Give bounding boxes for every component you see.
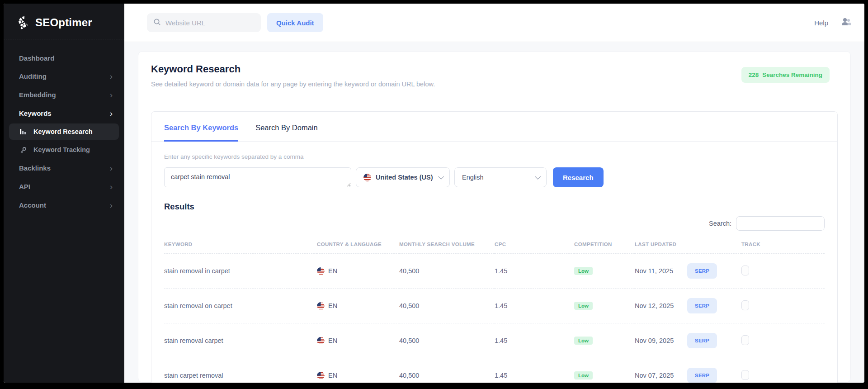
volume-cell: 40,500 [399, 254, 495, 289]
sidebar-item-account[interactable]: Account › [4, 196, 124, 214]
page-header: Keyword Research See detailed keyword or… [151, 63, 838, 88]
chevron-right-icon: › [110, 109, 113, 118]
tab-search-by-keywords[interactable]: Search By Keywords [164, 123, 238, 142]
searches-remaining-count: 228 [749, 71, 759, 78]
website-url-input[interactable] [165, 19, 255, 27]
keywords-textarea[interactable]: carpet stain removal [164, 167, 351, 187]
competition-badge: Low [574, 302, 593, 310]
results-heading: Results [164, 202, 825, 212]
app-window: SEOptimer Dashboard Auditing › Embedding… [4, 4, 864, 383]
chevron-right-icon: › [110, 201, 113, 209]
cpc-cell: 1.45 [495, 323, 574, 358]
help-link[interactable]: Help [814, 19, 828, 27]
track-cell [741, 254, 825, 289]
column-header-updated: LAST UPDATED [635, 237, 687, 254]
tab-search-by-domain[interactable]: Search By Domain [255, 123, 318, 142]
sidebar-item-api[interactable]: API › [4, 177, 124, 196]
sidebar-item-keyword-research[interactable]: Keyword Research [9, 123, 119, 140]
country-language-cell: EN [317, 302, 399, 310]
keyword-research-card: Keyword Research See detailed keyword or… [138, 51, 851, 383]
table-row: stain removal carpet EN 40, [164, 323, 825, 358]
results-table-body: stain removal in carpet EN [164, 254, 825, 383]
search-panel: Search By Keywords Search By Domain Ente… [151, 111, 838, 383]
volume-cell: 40,500 [399, 289, 495, 323]
track-checkbox[interactable] [741, 300, 749, 310]
column-header-cpc: CPC [495, 237, 574, 254]
key-icon [19, 146, 27, 154]
research-button[interactable]: Research [553, 167, 604, 187]
tabs: Search By Keywords Search By Domain [151, 112, 837, 142]
search-icon [153, 18, 161, 28]
quick-audit-button[interactable]: Quick Audit [267, 13, 323, 32]
page-title: Keyword Research [151, 63, 435, 75]
us-flag-icon [317, 372, 325, 380]
volume-cell: 40,500 [399, 358, 495, 383]
sidebar-item-backlinks[interactable]: Backlinks › [4, 159, 124, 177]
sidebar-nav: Dashboard Auditing › Embedding › Keyword… [4, 46, 124, 218]
content-column: Quick Audit Help Keyword Resea [124, 4, 864, 383]
serp-button[interactable]: SERP [687, 263, 717, 279]
language-select[interactable]: English [454, 167, 547, 187]
track-cell [741, 323, 825, 358]
table-row: stain carpet removal EN 40, [164, 358, 825, 383]
sidebar-item-auditing[interactable]: Auditing › [4, 67, 124, 85]
serp-button[interactable]: SERP [687, 333, 717, 348]
serp-cell: SERP [687, 358, 741, 383]
competition-badge: Low [574, 337, 593, 345]
column-header-country: COUNTRY & LANGUAGE [317, 237, 399, 254]
country-select[interactable]: United States (US) [356, 167, 450, 187]
competition-cell: Low [574, 289, 635, 323]
results-search-input[interactable] [736, 216, 825, 231]
sidebar-item-keyword-tracking[interactable]: Keyword Tracking [9, 142, 119, 158]
track-cell [741, 289, 825, 323]
topbar-right: Help [814, 17, 852, 28]
last-updated-cell: Nov 12, 2025 [635, 289, 687, 323]
language-selected-value: English [462, 174, 530, 181]
bar-chart-icon [19, 128, 27, 136]
brand-logo[interactable]: SEOptimer [4, 12, 124, 39]
serp-cell: SERP [687, 254, 741, 289]
us-flag-icon [317, 337, 325, 345]
keyword-cell: stain carpet removal [164, 358, 317, 383]
competition-cell: Low [574, 254, 635, 289]
results-section: Results Search: KEYWORD COUNTRY & LANGUA… [151, 192, 837, 383]
us-flag-icon [317, 302, 325, 310]
website-url-search[interactable] [147, 13, 261, 32]
sidebar-divider [4, 39, 124, 39]
sidebar: SEOptimer Dashboard Auditing › Embedding… [4, 4, 124, 383]
column-header-track: TRACK [741, 237, 825, 254]
page-subtitle: See detailed keyword or domain data for … [151, 81, 435, 88]
volume-cell: 40,500 [399, 323, 495, 358]
keyword-search-form: Enter any specific keywords separated by… [151, 142, 837, 192]
last-updated-cell: Nov 11, 2025 [635, 254, 687, 289]
track-checkbox[interactable] [741, 266, 749, 275]
serp-cell: SERP [687, 289, 741, 323]
table-row: stain removal on carpet EN [164, 289, 825, 323]
results-table: KEYWORD COUNTRY & LANGUAGE MONTHLY SEARC… [164, 237, 825, 383]
chevron-right-icon: › [110, 164, 113, 172]
serp-button[interactable]: SERP [687, 298, 717, 313]
column-header-serp [687, 237, 741, 254]
chevron-down-icon [438, 174, 444, 180]
last-updated-cell: Nov 07, 2025 [635, 358, 687, 383]
users-icon[interactable] [840, 17, 852, 28]
column-header-competition: COMPETITION [574, 237, 635, 254]
serp-button[interactable]: SERP [687, 368, 717, 383]
sidebar-item-embedding[interactable]: Embedding › [4, 85, 124, 104]
sidebar-item-dashboard[interactable]: Dashboard [4, 49, 124, 67]
column-header-volume: MONTHLY SEARCH VOLUME [399, 237, 495, 254]
sidebar-item-keywords[interactable]: Keywords › [4, 104, 124, 123]
track-cell [741, 358, 825, 383]
chevron-down-icon [535, 174, 541, 180]
results-table-header-row: KEYWORD COUNTRY & LANGUAGE MONTHLY SEARC… [164, 237, 825, 254]
track-checkbox[interactable] [741, 335, 749, 345]
competition-cell: Low [574, 358, 635, 383]
searches-remaining-label: Searches Remaining [762, 71, 822, 78]
keyword-cell: stain removal in carpet [164, 254, 317, 289]
brand-name: SEOptimer [35, 16, 92, 29]
column-header-keyword: KEYWORD [164, 237, 317, 254]
keywords-field-label: Enter any specific keywords separated by… [164, 153, 825, 160]
country-language-cell: EN [317, 267, 399, 275]
results-search-label: Search: [709, 220, 731, 227]
track-checkbox[interactable] [741, 370, 749, 380]
